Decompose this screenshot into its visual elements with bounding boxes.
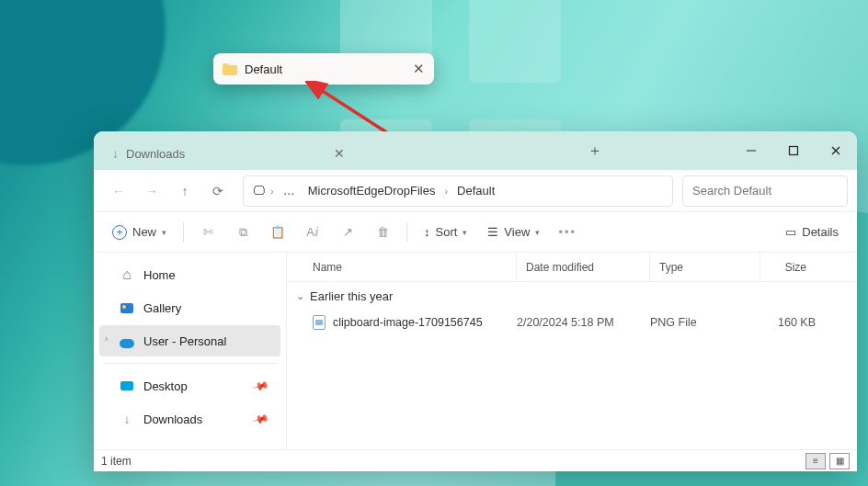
column-date[interactable]: Date modified — [517, 253, 650, 281]
pc-icon: 🖵 — [253, 184, 265, 198]
tab-close-icon[interactable]: ✕ — [328, 146, 350, 161]
chevron-right-icon: › — [270, 186, 274, 197]
view-button[interactable]: ☰ View ▾ — [478, 218, 549, 247]
content-area: Name Date modified Type Size ⌄ Earlier t… — [287, 253, 857, 449]
details-pane-button[interactable]: ▭ Details — [776, 218, 848, 247]
sidebar-item-label: Home — [143, 268, 176, 282]
rename-button[interactable]: Aⅈ — [296, 218, 329, 247]
close-button[interactable] — [815, 131, 857, 170]
back-button[interactable]: ← — [103, 175, 134, 207]
file-explorer-window: ↓ Downloads ✕ ＋ ← → ↑ ⟳ 🖵 › … MicrosoftE… — [94, 131, 857, 471]
sidebar-item-user[interactable]: User - Personal — [99, 325, 280, 356]
breadcrumb-overflow[interactable]: … — [280, 181, 299, 200]
refresh-button[interactable]: ⟳ — [202, 175, 234, 207]
desktop-icon — [120, 381, 133, 390]
group-header[interactable]: ⌄ Earlier this year — [287, 282, 857, 309]
sidebar-item-label: Downloads — [143, 413, 202, 426]
pin-icon: 📌 — [252, 410, 270, 428]
chevron-down-icon: ▾ — [162, 228, 166, 237]
breadcrumb-item[interactable]: MicrosoftEdgeDropFiles — [304, 181, 440, 200]
column-type[interactable]: Type — [650, 253, 760, 281]
chevron-down-icon: ▾ — [463, 228, 467, 237]
column-headers: Name Date modified Type Size — [287, 253, 857, 282]
folder-icon — [223, 63, 237, 75]
file-name: clipboard-image-1709156745 — [333, 316, 483, 329]
sidebar-item-downloads[interactable]: ↓ Downloads 📌 — [99, 403, 280, 435]
download-icon: ↓ — [112, 146, 119, 161]
toolbar: + New ▾ ✄ ⧉ 📋 Aⅈ ↗ 🗑 ↕ Sort ▾ ☰ View ▾ •… — [94, 212, 857, 253]
delete-button[interactable]: 🗑 — [366, 218, 399, 247]
pin-icon: 📌 — [252, 377, 270, 395]
tab-label: Downloads — [126, 147, 185, 161]
up-button[interactable]: ↑ — [169, 175, 200, 207]
group-label: Earlier this year — [310, 289, 393, 303]
column-name[interactable]: Name — [287, 253, 517, 281]
gallery-icon — [120, 303, 133, 313]
new-tab-button[interactable]: ＋ — [577, 131, 613, 170]
close-icon[interactable]: ✕ — [413, 61, 425, 77]
detached-tab-label: Default — [245, 62, 405, 76]
details-view-button[interactable]: ≡ — [805, 453, 826, 469]
details-label: Details — [802, 225, 839, 239]
file-icon — [313, 315, 326, 330]
sidebar-item-label: Gallery — [143, 301, 181, 315]
chevron-right-icon: › — [444, 186, 448, 197]
navbar: ← → ↑ ⟳ 🖵 › … MicrosoftEdgeDropFiles › D… — [94, 170, 857, 212]
sort-icon: ↕ — [424, 225, 430, 239]
new-button[interactable]: + New ▾ — [103, 218, 176, 247]
file-date: 2/20/2024 5:18 PM — [517, 316, 650, 329]
details-icon: ▭ — [785, 225, 796, 239]
download-icon: ↓ — [120, 412, 134, 426]
titlebar: ↓ Downloads ✕ ＋ — [94, 131, 857, 170]
sidebar-item-label: Desktop — [143, 379, 188, 393]
sort-label: Sort — [436, 225, 458, 239]
chevron-right-icon[interactable]: › — [105, 333, 108, 344]
breadcrumb-item[interactable]: Default — [453, 181, 498, 200]
new-label: New — [132, 225, 156, 239]
sidebar: Home Gallery › User - Personal Desktop 📌 — [94, 253, 287, 449]
file-type: PNG File — [650, 316, 760, 329]
more-button[interactable]: ••• — [551, 218, 584, 247]
chevron-down-icon: ⌄ — [296, 290, 304, 302]
cut-button[interactable]: ✄ — [191, 218, 224, 247]
file-size: 160 KB — [760, 316, 816, 329]
chevron-down-icon: ▾ — [535, 228, 540, 237]
paste-button[interactable]: 📋 — [261, 218, 294, 247]
item-count: 1 item — [101, 455, 131, 468]
column-size[interactable]: Size — [760, 261, 816, 274]
status-bar: 1 item ≡ ▦ — [94, 449, 857, 471]
search-field[interactable] — [692, 184, 838, 198]
copy-button[interactable]: ⧉ — [226, 218, 259, 247]
plus-circle-icon: + — [112, 225, 127, 240]
file-row[interactable]: clipboard-image-1709156745 2/20/2024 5:1… — [287, 309, 857, 336]
sidebar-item-desktop[interactable]: Desktop 📌 — [99, 370, 280, 401]
detached-tab[interactable]: Default ✕ — [213, 53, 434, 85]
minimize-button[interactable] — [730, 131, 772, 170]
share-button[interactable]: ↗ — [331, 218, 364, 247]
maximize-button[interactable] — [772, 131, 815, 170]
thumbnails-view-button[interactable]: ▦ — [829, 453, 850, 469]
sort-button[interactable]: ↕ Sort ▾ — [415, 218, 476, 247]
home-icon — [120, 267, 134, 282]
tab-downloads[interactable]: ↓ Downloads ✕ — [99, 137, 365, 170]
onedrive-icon — [120, 336, 134, 345]
forward-button[interactable]: → — [136, 175, 167, 207]
view-label: View — [504, 225, 530, 239]
breadcrumb[interactable]: 🖵 › … MicrosoftEdgeDropFiles › Default — [243, 175, 673, 207]
view-icon: ☰ — [487, 225, 498, 239]
svg-rect-2 — [790, 147, 798, 155]
sidebar-item-label: User - Personal — [143, 334, 226, 348]
sidebar-item-gallery[interactable]: Gallery — [99, 292, 280, 323]
search-input[interactable] — [682, 175, 848, 207]
sidebar-item-home[interactable]: Home — [99, 259, 280, 290]
